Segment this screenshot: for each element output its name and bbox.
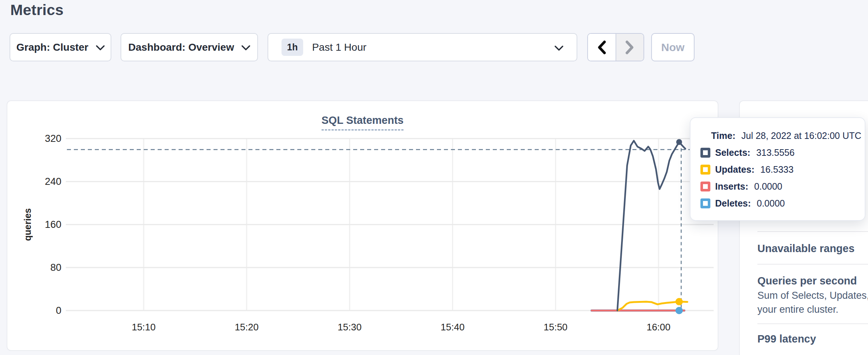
tooltip-updates-row: Updates: 16.5333 xyxy=(700,161,865,178)
tooltip-series-label: Inserts: xyxy=(715,181,748,192)
metrics-page: Metrics Graph: Cluster Dashboard: Overvi… xyxy=(0,0,868,355)
svg-text:15:20: 15:20 xyxy=(235,322,259,333)
svg-text:320: 320 xyxy=(45,133,61,144)
now-button[interactable]: Now xyxy=(651,33,695,61)
time-window-label: Past 1 Hour xyxy=(312,42,366,53)
sql-statements-plot[interactable]: 15:1015:2015:3015:4015:5016:000801602403… xyxy=(7,101,718,350)
svg-text:160: 160 xyxy=(45,219,61,230)
tooltip-time-value: Jul 28, 2022 at 16:02:00 UTC xyxy=(741,130,861,141)
chart-hover-tooltip: Time: Jul 28, 2022 at 16:02:00 UTC Selec… xyxy=(690,117,865,221)
next-time-button[interactable] xyxy=(616,34,644,61)
divider xyxy=(757,323,868,324)
graph-scope-label: Graph: Cluster xyxy=(16,42,88,53)
page-title: Metrics xyxy=(10,1,64,19)
svg-text:15:50: 15:50 xyxy=(544,322,567,333)
tooltip-series-value: 313.5556 xyxy=(756,147,795,158)
svg-text:15:40: 15:40 xyxy=(441,322,465,333)
svg-text:15:30: 15:30 xyxy=(338,322,362,333)
time-range-dropdown[interactable]: 1h Past 1 Hour xyxy=(268,33,577,61)
dashboard-dropdown[interactable]: Dashboard: Overview xyxy=(121,33,258,61)
summary-qps-heading: Queries per second xyxy=(757,275,857,287)
tooltip-time-label: Time: xyxy=(711,130,735,141)
summary-p99-latency-heading: P99 latency xyxy=(757,333,816,345)
inserts-series-swatch-icon xyxy=(700,182,710,191)
now-button-label: Now xyxy=(661,41,684,54)
time-window-badge: 1h xyxy=(281,39,303,56)
tooltip-series-value: 16.5333 xyxy=(760,164,793,175)
svg-text:16:00: 16:00 xyxy=(646,322,670,333)
dashboard-label: Dashboard: Overview xyxy=(128,42,234,53)
svg-text:80: 80 xyxy=(50,262,61,273)
tooltip-series-value: 0.0000 xyxy=(757,198,785,209)
time-step-button-group xyxy=(587,33,644,61)
graph-scope-dropdown[interactable]: Graph: Cluster xyxy=(10,33,111,61)
chevron-right-icon xyxy=(625,40,635,54)
sql-statements-chart-card: 15:1015:2015:3015:4015:5016:000801602403… xyxy=(7,100,718,351)
summary-qps-description-line-1: Sum of Selects, Updates, Inser xyxy=(757,290,868,301)
divider xyxy=(757,231,868,232)
summary-unavailable-ranges-heading: Unavailable ranges xyxy=(757,243,854,255)
tooltip-selects-row: Selects: 313.5556 xyxy=(700,144,865,161)
svg-text:240: 240 xyxy=(45,176,61,187)
previous-time-button[interactable] xyxy=(588,34,616,61)
tooltip-series-label: Updates: xyxy=(715,164,754,175)
tooltip-series-label: Deletes: xyxy=(715,198,751,209)
svg-text:0: 0 xyxy=(56,305,61,316)
chevron-down-icon xyxy=(555,46,563,51)
tooltip-time-row: Time: Jul 28, 2022 at 16:02:00 UTC xyxy=(711,127,865,144)
tooltip-series-value: 0.0000 xyxy=(754,181,782,192)
svg-text:queries: queries xyxy=(22,208,33,241)
deletes-series-swatch-icon xyxy=(700,198,710,208)
tooltip-deletes-row: Deletes: 0.0000 xyxy=(700,195,865,212)
svg-text:15:10: 15:10 xyxy=(132,322,155,333)
updates-series-swatch-icon xyxy=(700,165,710,175)
tooltip-series-label: Selects: xyxy=(715,147,750,158)
chevron-down-icon xyxy=(96,45,105,51)
divider xyxy=(757,264,868,265)
chevron-left-icon xyxy=(597,40,607,54)
tooltip-inserts-row: Inserts: 0.0000 xyxy=(700,178,865,195)
selects-series-swatch-icon xyxy=(700,148,710,158)
chevron-down-icon xyxy=(241,45,250,51)
summary-qps-description-line-2: your entire cluster. xyxy=(757,304,839,315)
